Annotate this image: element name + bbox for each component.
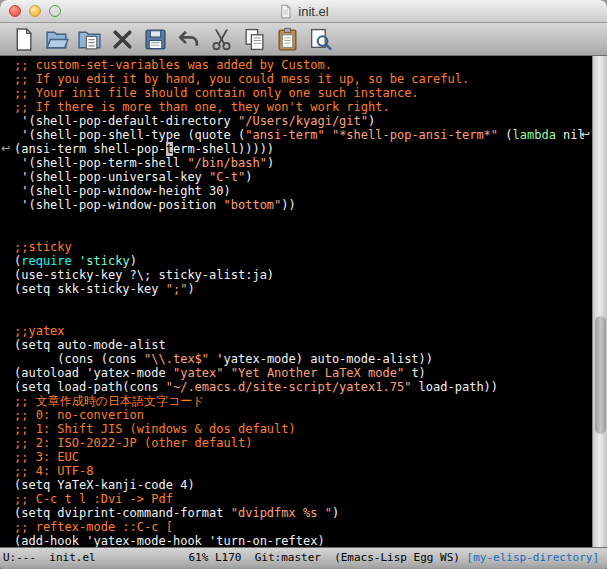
scrollbar-thumb[interactable] [595, 316, 606, 434]
code-line: ;;yatex [0, 324, 592, 338]
code-line: (autoload 'yatex-mode "yatex" "Yet Anoth… [0, 366, 592, 380]
code-line: ;; 2: ISO-2022-JP (other default) [0, 436, 592, 450]
document-icon [278, 4, 293, 19]
code-line: ;; 3: EUC [0, 450, 592, 464]
save-icon[interactable] [140, 25, 170, 53]
copy-icon[interactable] [239, 25, 269, 53]
window-title: init.el [278, 4, 328, 19]
code-line: (use-sticky-key ?\; sticky-alist:ja) [0, 268, 592, 282]
code-line: (setq dviprint-command-format "dvipdfmx … [0, 506, 592, 520]
code-line: (add-hook 'yatex-mode-hook 'turn-on-reft… [0, 534, 592, 547]
code-line: ;; custom-set-variables was added by Cus… [0, 58, 592, 72]
code-line: ;; If there is more than one, they won't… [0, 100, 592, 114]
search-icon[interactable] [305, 25, 335, 53]
code-line: '(shell-pop-term-shell "/bin/bash") [0, 156, 592, 170]
paste-icon[interactable] [272, 25, 302, 53]
code-line: '(shell-pop-window-position "bottom")) [0, 198, 592, 212]
code-line [0, 212, 592, 226]
code-line: ;; If you edit it by hand, you could mes… [0, 72, 592, 86]
window-controls [9, 5, 61, 17]
code-line: '(shell-pop-default-directory "/Users/ky… [0, 114, 592, 128]
code-line: ;; C-c t l :Dvi -> Pdf [0, 492, 592, 506]
code-line [0, 296, 592, 310]
code-line: ;; Your init file should contain only on… [0, 86, 592, 100]
code-line: (ansi-term shell-pop-term-shell))))) [0, 142, 592, 156]
code-line: (setq YaTeX-kanji-code 4) [0, 478, 592, 492]
scrollbar-track[interactable] [592, 56, 607, 547]
cut-icon[interactable] [206, 25, 236, 53]
title-bar[interactable]: init.el [0, 0, 607, 23]
code-line: ;; 4: UTF-8 [0, 464, 592, 478]
code-line: '(shell-pop-window-height 30) [0, 184, 592, 198]
code-line [0, 226, 592, 240]
code-line: ;;sticky [0, 240, 592, 254]
code-line: '(shell-pop-shell-type (quote ("ansi-ter… [0, 128, 592, 142]
minimize-button[interactable] [29, 5, 41, 17]
code-line: (setq skk-sticky-key ";") [0, 282, 592, 296]
new-file-icon[interactable] [8, 25, 38, 53]
code-area[interactable]: ;; custom-set-variables was added by Cus… [0, 58, 592, 547]
code-line: ;; 文章作成時の日本語文字コード [0, 394, 592, 408]
zoom-button[interactable] [49, 5, 61, 17]
code-line [0, 310, 592, 324]
line-wrap-left-icon: ↩ [1, 142, 10, 156]
code-line: ;; 0: no-converion [0, 408, 592, 422]
undo-icon[interactable] [173, 25, 203, 53]
code-line: (cons (cons "\\.tex$" 'yatex-mode) auto-… [0, 352, 592, 366]
code-line: '(shell-pop-universal-key "C-t") [0, 170, 592, 184]
open-file-icon[interactable] [41, 25, 71, 53]
mode-line-text: U:--- init.el 61% L170 Git:master (Emacs… [3, 551, 467, 564]
line-wrap-right-icon: ↩ [581, 128, 590, 142]
code-line: (require 'sticky) [0, 254, 592, 268]
window-title-text: init.el [298, 4, 328, 19]
code-line: (setq auto-mode-alist [0, 338, 592, 352]
dired-icon[interactable] [74, 25, 104, 53]
code-line: ;; 1: Shift JIS (windows & dos default) [0, 422, 592, 436]
code-line: ;; reftex-mode ::C-c [ [0, 520, 592, 534]
close-button[interactable] [9, 5, 21, 17]
code-line: (setq load-path(cons "~/.emacs.d/site-sc… [0, 380, 592, 394]
mode-line: U:--- init.el 61% L170 Git:master (Emacs… [0, 547, 607, 569]
close-buffer-icon[interactable] [107, 25, 137, 53]
mode-line-directory-link[interactable]: [my-elisp-directory] [467, 551, 599, 564]
emacs-window: init.el ;; custom-set-variables was adde… [0, 0, 607, 569]
toolbar [0, 23, 607, 56]
editor[interactable]: ;; custom-set-variables was added by Cus… [0, 56, 607, 547]
